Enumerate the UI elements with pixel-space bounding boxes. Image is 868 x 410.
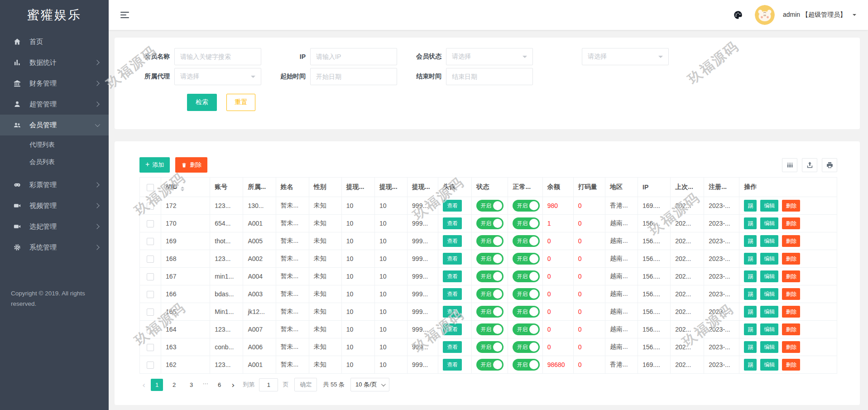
select-all-checkbox[interactable]: [147, 184, 154, 191]
row-checkbox[interactable]: [147, 326, 154, 333]
prev-page-button[interactable]: ‹: [142, 380, 145, 390]
row-checkbox[interactable]: [147, 220, 154, 227]
page-size-select[interactable]: 10 条/页: [350, 378, 389, 391]
edit-button[interactable]: 编辑: [760, 217, 778, 229]
page-button-6[interactable]: 6: [213, 379, 225, 391]
export-button[interactable]: [802, 158, 817, 172]
kick-button[interactable]: 踢: [744, 270, 757, 282]
sidebar-item-system[interactable]: 系统管理: [0, 237, 109, 258]
kick-button[interactable]: 踢: [744, 235, 757, 247]
view-avatar-button[interactable]: 查看: [443, 270, 462, 282]
sidebar-item-concubine[interactable]: 选妃管理: [0, 216, 109, 237]
row-checkbox[interactable]: [147, 291, 154, 298]
ip-input[interactable]: [310, 48, 397, 65]
sidebar-item-video[interactable]: 视频管理: [0, 195, 109, 216]
page-button-1[interactable]: 1: [151, 379, 163, 391]
sidebar-item-admins[interactable]: 超管管理: [0, 94, 109, 115]
kick-button[interactable]: 踢: [744, 341, 757, 353]
edit-button[interactable]: 编辑: [760, 359, 778, 371]
jump-page-input[interactable]: [259, 378, 278, 391]
print-button[interactable]: [822, 158, 837, 172]
edit-button[interactable]: 编辑: [760, 235, 778, 247]
delete-row-button[interactable]: 删除: [782, 270, 800, 282]
kick-button[interactable]: 踢: [744, 323, 757, 335]
page-button-2[interactable]: 2: [168, 379, 180, 391]
status-toggle[interactable]: 开启: [476, 359, 504, 371]
sidebar-item-lottery[interactable]: 彩票管理: [0, 174, 109, 195]
status-toggle[interactable]: 开启: [476, 306, 504, 318]
next-page-button[interactable]: ›: [231, 380, 235, 390]
member-status-select[interactable]: 请选择: [446, 48, 533, 65]
normal-toggle[interactable]: 开启: [513, 341, 540, 353]
edit-button[interactable]: 编辑: [760, 288, 778, 300]
start-date-input[interactable]: [310, 68, 397, 85]
delete-row-button[interactable]: 删除: [782, 200, 800, 212]
edit-button[interactable]: 编辑: [760, 323, 778, 335]
jump-confirm-button[interactable]: 确定: [294, 378, 317, 391]
row-checkbox[interactable]: [147, 362, 154, 369]
normal-toggle[interactable]: 开启: [513, 235, 540, 247]
status-toggle[interactable]: 开启: [476, 200, 504, 212]
add-button[interactable]: + 添加: [139, 157, 170, 173]
edit-button[interactable]: 编辑: [760, 253, 778, 265]
delete-row-button[interactable]: 删除: [782, 253, 800, 265]
normal-toggle[interactable]: 开启: [513, 217, 540, 229]
theme-palette-icon[interactable]: [733, 10, 743, 20]
row-checkbox[interactable]: [147, 238, 154, 245]
delete-row-button[interactable]: 删除: [782, 341, 800, 353]
end-date-input[interactable]: [446, 68, 533, 85]
user-avatar[interactable]: [755, 5, 775, 25]
normal-toggle[interactable]: 开启: [513, 306, 540, 318]
status-toggle[interactable]: 开启: [476, 288, 504, 300]
status-toggle[interactable]: 开启: [476, 253, 504, 265]
view-avatar-button[interactable]: 查看: [443, 288, 462, 300]
member-status-2-select[interactable]: 请选择: [582, 48, 669, 65]
columns-filter-button[interactable]: [782, 158, 797, 172]
normal-toggle[interactable]: 开启: [513, 200, 540, 212]
edit-button[interactable]: 编辑: [760, 341, 778, 353]
sidebar-item-stats[interactable]: 数据统计: [0, 52, 109, 73]
delete-row-button[interactable]: 删除: [782, 306, 800, 318]
edit-button[interactable]: 编辑: [760, 270, 778, 282]
row-checkbox[interactable]: [147, 273, 154, 280]
user-name[interactable]: admin 【超级管理员】: [783, 11, 846, 19]
kick-button[interactable]: 踢: [744, 288, 757, 300]
search-button[interactable]: 检索: [187, 94, 217, 111]
status-toggle[interactable]: 开启: [476, 217, 504, 229]
sidebar-item-finance[interactable]: 财务管理: [0, 73, 109, 94]
row-checkbox[interactable]: [147, 256, 154, 263]
delete-row-button[interactable]: 删除: [782, 323, 800, 335]
view-avatar-button[interactable]: 查看: [443, 253, 462, 265]
row-checkbox[interactable]: [147, 203, 154, 210]
edit-button[interactable]: 编辑: [760, 306, 778, 318]
view-avatar-button[interactable]: 查看: [443, 323, 462, 335]
delete-row-button[interactable]: 删除: [782, 359, 800, 371]
view-avatar-button[interactable]: 查看: [443, 200, 462, 212]
view-avatar-button[interactable]: 查看: [443, 341, 462, 353]
kick-button[interactable]: 踢: [744, 359, 757, 371]
view-avatar-button[interactable]: 查看: [443, 359, 462, 371]
page-button-3[interactable]: 3: [185, 379, 197, 391]
view-avatar-button[interactable]: 查看: [443, 217, 462, 229]
normal-toggle[interactable]: 开启: [513, 288, 540, 300]
status-toggle[interactable]: 开启: [476, 341, 504, 353]
view-avatar-button[interactable]: 查看: [443, 306, 462, 318]
delete-row-button[interactable]: 删除: [782, 235, 800, 247]
row-checkbox[interactable]: [147, 344, 154, 351]
menu-toggle-icon[interactable]: [120, 10, 129, 20]
delete-row-button[interactable]: 删除: [782, 288, 800, 300]
sort-icon[interactable]: [181, 187, 184, 191]
sidebar-item-home[interactable]: 首页: [0, 31, 109, 52]
agent-select[interactable]: 请选择: [174, 68, 261, 85]
delete-button[interactable]: 删除: [175, 157, 207, 173]
member-name-input[interactable]: [174, 48, 261, 65]
edit-button[interactable]: 编辑: [760, 200, 778, 212]
status-toggle[interactable]: 开启: [476, 270, 504, 282]
normal-toggle[interactable]: 开启: [513, 270, 540, 282]
sidebar-subitem-agent-list[interactable]: 代理列表: [0, 136, 109, 154]
view-avatar-button[interactable]: 查看: [443, 235, 462, 247]
kick-button[interactable]: 踢: [744, 217, 757, 229]
kick-button[interactable]: 踢: [744, 253, 757, 265]
delete-row-button[interactable]: 删除: [782, 217, 800, 229]
normal-toggle[interactable]: 开启: [513, 253, 540, 265]
